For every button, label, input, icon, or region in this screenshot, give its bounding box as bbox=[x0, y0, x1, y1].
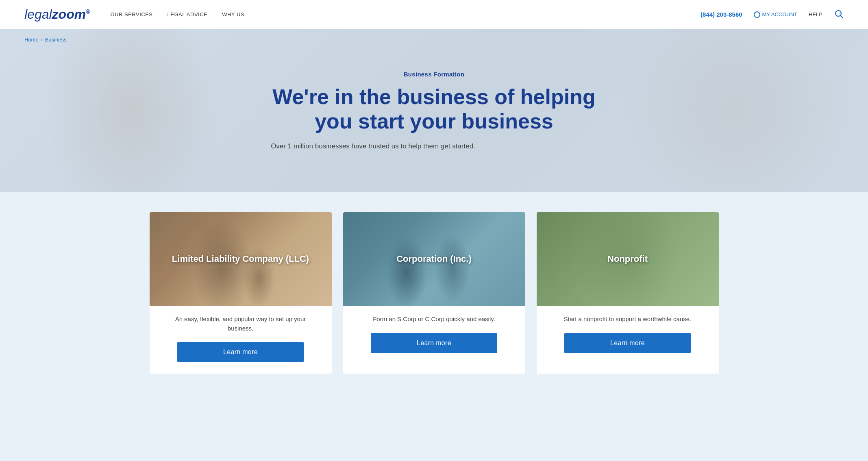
breadcrumb-home[interactable]: Home bbox=[24, 37, 39, 43]
learn-more-nonprofit-button[interactable]: Learn more bbox=[564, 333, 690, 353]
card-llc-title: Limited Liability Company (LLC) bbox=[164, 253, 317, 265]
nav-legal-advice[interactable]: LEGAL ADVICE bbox=[168, 11, 208, 17]
card-llc: Limited Liability Company (LLC) An easy,… bbox=[150, 212, 332, 374]
svg-line-1 bbox=[841, 15, 843, 18]
header-right: (844) 203-8560 MY ACCOUNT HELP bbox=[700, 9, 844, 20]
phone-number[interactable]: (844) 203-8560 bbox=[700, 11, 742, 18]
main-nav: OUR SERVICES LEGAL ADVICE WHY US bbox=[110, 11, 700, 17]
logo-zoom-text: zoom bbox=[52, 7, 86, 22]
hero-section: Home › Business Business Formation We're… bbox=[0, 29, 868, 192]
card-nonprofit-body: Start a nonprofit to support a worthwhil… bbox=[537, 306, 719, 365]
card-llc-image: Limited Liability Company (LLC) bbox=[150, 212, 332, 306]
nav-why-us[interactable]: WHY US bbox=[222, 11, 244, 17]
breadcrumb: Home › Business bbox=[24, 37, 66, 43]
card-nonprofit-image: Nonprofit bbox=[537, 212, 719, 306]
card-corporation-title: Corporation (Inc.) bbox=[388, 253, 480, 265]
card-nonprofit-title: Nonprofit bbox=[599, 253, 656, 265]
card-corporation-image-label: Corporation (Inc.) bbox=[343, 212, 525, 306]
learn-more-corporation-button[interactable]: Learn more bbox=[371, 333, 497, 353]
breadcrumb-current[interactable]: Business bbox=[45, 37, 67, 43]
my-account-link[interactable]: MY ACCOUNT bbox=[754, 11, 797, 18]
cards-grid: Limited Liability Company (LLC) An easy,… bbox=[150, 212, 719, 374]
logo-legal-text: legal bbox=[24, 7, 52, 22]
card-nonprofit-image-label: Nonprofit bbox=[537, 212, 719, 306]
card-corporation-image: Corporation (Inc.) bbox=[343, 212, 525, 306]
user-icon bbox=[754, 11, 760, 18]
learn-more-llc-button[interactable]: Learn more bbox=[177, 342, 303, 362]
cards-section: Limited Liability Company (LLC) An easy,… bbox=[0, 192, 868, 398]
card-corporation-description: Form an S Corp or C Corp quickly and eas… bbox=[373, 315, 495, 324]
card-corporation-body: Form an S Corp or C Corp quickly and eas… bbox=[343, 306, 525, 365]
my-account-label: MY ACCOUNT bbox=[762, 11, 797, 17]
help-link[interactable]: HELP bbox=[809, 11, 822, 17]
card-corporation: Corporation (Inc.) Form an S Corp or C C… bbox=[343, 212, 525, 374]
site-header: legalzoom® OUR SERVICES LEGAL ADVICE WHY… bbox=[0, 0, 868, 29]
card-llc-description: An easy, flexible, and popular way to se… bbox=[162, 315, 320, 333]
hero-subtitle: Over 1 million businesses have trusted u… bbox=[251, 142, 495, 150]
logo-registered-mark: ® bbox=[86, 9, 90, 15]
card-llc-image-label: Limited Liability Company (LLC) bbox=[150, 212, 332, 306]
card-llc-body: An easy, flexible, and popular way to se… bbox=[150, 306, 332, 374]
search-icon[interactable] bbox=[834, 9, 844, 20]
breadcrumb-separator: › bbox=[41, 37, 43, 43]
card-nonprofit-description: Start a nonprofit to support a worthwhil… bbox=[564, 315, 692, 324]
logo[interactable]: legalzoom® bbox=[24, 7, 90, 22]
card-nonprofit: Nonprofit Start a nonprofit to support a… bbox=[537, 212, 719, 374]
hero-label: Business Formation bbox=[251, 71, 617, 78]
hero-content: Business Formation We're in the business… bbox=[251, 71, 617, 151]
hero-title: We're in the business of helping you sta… bbox=[251, 85, 617, 134]
nav-our-services[interactable]: OUR SERVICES bbox=[110, 11, 152, 17]
